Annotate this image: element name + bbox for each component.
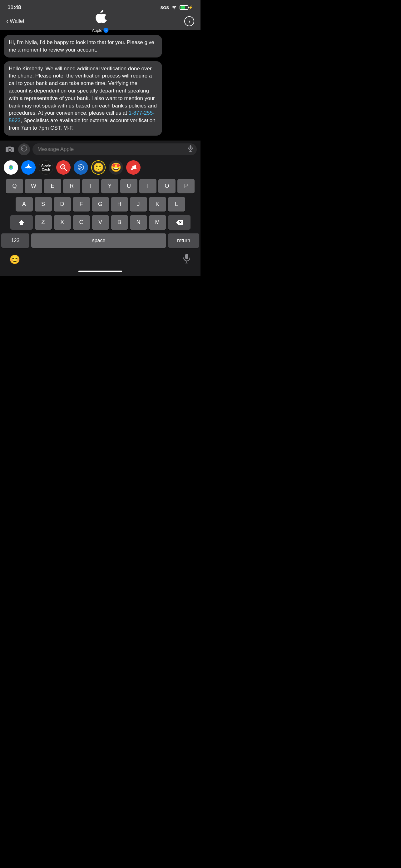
key-H[interactable]: H [111, 197, 128, 212]
appstore-shortcut-button[interactable] [18, 144, 30, 155]
message-text-2: Hello Kimberly. We will need additional … [9, 66, 157, 131]
keyboard: Q W E R T Y U I O P A S D F G H J K L Z … [0, 177, 201, 250]
phone-link[interactable]: 1-877-255-5923 [9, 110, 155, 123]
app-shortcuts-row: AppleCash ? 🙂 🤩 [0, 158, 201, 177]
key-delete[interactable] [168, 215, 191, 230]
key-P[interactable]: P [177, 179, 195, 193]
message-input-wrapper [32, 144, 197, 155]
back-label: Wallet [10, 18, 24, 24]
back-button[interactable]: ‹ Wallet [6, 18, 24, 25]
key-T[interactable]: T [82, 179, 99, 193]
svg-point-1 [9, 166, 12, 169]
key-F[interactable]: F [73, 197, 90, 212]
svg-text:?: ? [62, 165, 64, 169]
key-D[interactable]: D [54, 197, 71, 212]
shazam-shortcut[interactable] [74, 160, 88, 175]
contact-header: Apple ✓ [92, 10, 108, 33]
key-K[interactable]: K [149, 197, 166, 212]
key-U[interactable]: U [120, 179, 137, 193]
home-indicator [0, 268, 201, 276]
status-time: 11:48 [7, 4, 21, 11]
message-text-1: Hi, I'm Nylia, I'd be happy to look into… [9, 39, 154, 53]
hours-text: from 7am to 7pm CST [9, 125, 60, 131]
key-Y[interactable]: Y [101, 179, 119, 193]
key-O[interactable]: O [158, 179, 175, 193]
back-chevron-icon: ‹ [6, 18, 8, 25]
key-B[interactable]: B [111, 215, 128, 230]
mic-button-bottom[interactable] [182, 253, 191, 266]
key-W[interactable]: W [25, 179, 42, 193]
contact-name: Apple [92, 28, 102, 33]
messages-area: Hi, I'm Nylia, I'd be happy to look into… [0, 30, 201, 141]
appstore-shortcut[interactable] [21, 160, 36, 175]
svg-line-3 [64, 168, 67, 170]
info-button[interactable]: i [184, 16, 194, 26]
key-M[interactable]: M [149, 215, 166, 230]
bottom-bar: 😊 [0, 250, 201, 268]
key-S[interactable]: S [35, 197, 52, 212]
search-shortcut[interactable]: ? [56, 160, 71, 175]
key-V[interactable]: V [92, 215, 109, 230]
apple-cash-shortcut[interactable]: AppleCash [39, 160, 53, 175]
home-bar [78, 271, 122, 272]
key-A[interactable]: A [15, 197, 33, 212]
photos-shortcut[interactable] [4, 160, 18, 175]
memoji2-shortcut[interactable]: 🤩 [109, 160, 123, 175]
memoji-shortcut[interactable]: 🙂 [91, 160, 106, 175]
appstore-icon [21, 145, 28, 153]
message-bubble-2: Hello Kimberly. We will need additional … [4, 61, 162, 135]
emoji-button[interactable]: 😊 [9, 254, 20, 265]
key-return[interactable]: return [168, 234, 199, 248]
key-X[interactable]: X [54, 215, 71, 230]
svg-point-7 [135, 167, 136, 169]
message-input[interactable] [32, 144, 197, 155]
contact-name-row: Apple ✓ [92, 28, 108, 33]
svg-point-6 [131, 168, 133, 170]
key-Q[interactable]: Q [6, 179, 23, 193]
mic-icon-input[interactable] [188, 145, 194, 153]
info-icon: i [189, 19, 190, 24]
status-right: SOS ⚡ [161, 5, 193, 10]
wifi-icon [171, 5, 177, 10]
message-input-area [0, 141, 201, 158]
music-shortcut[interactable] [126, 160, 140, 175]
key-C[interactable]: C [73, 215, 90, 230]
keyboard-row-bottom: 123 space return [0, 231, 201, 250]
key-I[interactable]: I [139, 179, 157, 193]
keyboard-row-3: Z X C V B N M [0, 213, 201, 231]
camera-button[interactable] [4, 144, 15, 155]
key-L[interactable]: L [168, 197, 185, 212]
key-N[interactable]: N [130, 215, 147, 230]
battery-indicator: ⚡ [179, 5, 193, 10]
keyboard-row-1: Q W E R T Y U I O P [0, 177, 201, 195]
key-space[interactable]: space [31, 234, 166, 248]
apple-logo-icon [94, 10, 107, 27]
svg-rect-8 [185, 254, 188, 259]
verified-badge: ✓ [104, 28, 109, 33]
key-G[interactable]: G [92, 197, 109, 212]
svg-rect-0 [190, 145, 192, 149]
sos-indicator: SOS [161, 5, 169, 10]
key-shift[interactable] [10, 215, 33, 230]
key-J[interactable]: J [130, 197, 147, 212]
key-numbers[interactable]: 123 [1, 234, 29, 248]
keyboard-row-2: A S D F G H J K L [0, 195, 201, 213]
key-E[interactable]: E [44, 179, 61, 193]
key-R[interactable]: R [63, 179, 80, 193]
nav-bar: ‹ Wallet Apple ✓ i [0, 14, 201, 30]
message-bubble-1: Hi, I'm Nylia, I'd be happy to look into… [4, 35, 162, 58]
key-Z[interactable]: Z [35, 215, 52, 230]
